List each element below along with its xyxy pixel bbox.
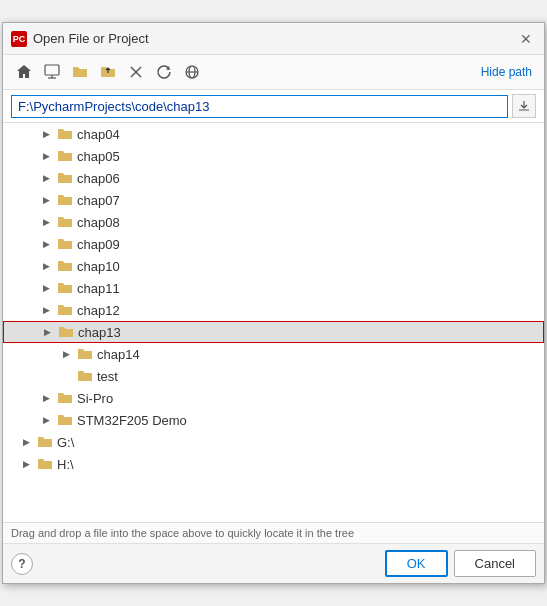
file-tree[interactable]: ▶ chap04 ▶ chap05 ▶ chap06 ▶ chap07 ▶ ch…: [3, 123, 544, 523]
item-label-chap10: chap10: [77, 259, 120, 274]
item-label-chap06: chap06: [77, 171, 120, 186]
open-file-dialog: PC Open File or Project ✕ Hide path: [2, 22, 545, 584]
tree-item-sipro[interactable]: ▶ Si-Pro: [3, 387, 544, 409]
status-bar: Drag and drop a file into the space abov…: [3, 523, 544, 544]
folder-icon-chap06: [57, 170, 73, 186]
refresh-button[interactable]: [151, 59, 177, 85]
tree-item-chap04[interactable]: ▶ chap04: [3, 123, 544, 145]
folder-icon-chap11: [57, 280, 73, 296]
dialog-title: Open File or Project: [33, 31, 149, 46]
chevron-icon: ▶: [39, 215, 53, 229]
status-text: Drag and drop a file into the space abov…: [11, 527, 354, 539]
tree-item-chap05[interactable]: ▶ chap05: [3, 145, 544, 167]
chevron-icon: ▶: [39, 193, 53, 207]
tree-item-chap06[interactable]: ▶ chap06: [3, 167, 544, 189]
folder-up-button[interactable]: [95, 59, 121, 85]
item-label-chap12: chap12: [77, 303, 120, 318]
item-label-sipro: Si-Pro: [77, 391, 113, 406]
path-input[interactable]: [11, 95, 508, 118]
chevron-icon: ▶: [19, 435, 33, 449]
item-label-chap04: chap04: [77, 127, 120, 142]
chevron-icon: ▶: [59, 347, 73, 361]
tree-item-chap07[interactable]: ▶ chap07: [3, 189, 544, 211]
chevron-icon: ▶: [39, 391, 53, 405]
tree-item-chap13[interactable]: ▶ chap13: [3, 321, 544, 343]
close-button[interactable]: ✕: [516, 29, 536, 49]
tree-item-chap08[interactable]: ▶ chap08: [3, 211, 544, 233]
tree-item-stm[interactable]: ▶ STM32F205 Demo: [3, 409, 544, 431]
tree-item-test[interactable]: ▶ test: [3, 365, 544, 387]
ok-button[interactable]: OK: [385, 550, 448, 577]
item-label-g: G:\: [57, 435, 74, 450]
folder-icon-g: [37, 434, 53, 450]
chevron-icon: ▶: [39, 171, 53, 185]
item-label-h: H:\: [57, 457, 74, 472]
svg-rect-0: [45, 65, 59, 75]
chevron-icon: ▶: [19, 457, 33, 471]
folder-icon-chap09: [57, 236, 73, 252]
item-label-chap13: chap13: [78, 325, 121, 340]
folder-icon-chap04: [57, 126, 73, 142]
item-label-chap08: chap08: [77, 215, 120, 230]
folder-icon-chap13: [58, 324, 74, 340]
chevron-icon: ▶: [39, 303, 53, 317]
chevron-icon: ▶: [39, 127, 53, 141]
item-label-stm: STM32F205 Demo: [77, 413, 187, 428]
item-label-chap05: chap05: [77, 149, 120, 164]
path-download-button[interactable]: [512, 94, 536, 118]
monitor-button[interactable]: [39, 59, 65, 85]
tree-item-g[interactable]: ▶ G:\: [3, 431, 544, 453]
folder-icon-chap05: [57, 148, 73, 164]
folder-icon-chap10: [57, 258, 73, 274]
app-icon: PC: [11, 31, 27, 47]
folder-button[interactable]: [67, 59, 93, 85]
tree-item-chap12[interactable]: ▶ chap12: [3, 299, 544, 321]
chevron-icon: ▶: [39, 413, 53, 427]
folder-icon-sipro: [57, 390, 73, 406]
tree-item-chap14[interactable]: ▶ chap14: [3, 343, 544, 365]
toolbar: Hide path: [3, 55, 544, 90]
cancel-button[interactable]: Cancel: [454, 550, 536, 577]
folder-icon-chap08: [57, 214, 73, 230]
chevron-icon: ▶: [39, 237, 53, 251]
path-bar: [3, 90, 544, 123]
bottom-bar: ? OK Cancel: [3, 544, 544, 583]
chevron-icon: ▶: [39, 281, 53, 295]
hide-path-button[interactable]: Hide path: [477, 63, 536, 81]
tree-item-chap09[interactable]: ▶ chap09: [3, 233, 544, 255]
help-button[interactable]: ?: [11, 553, 33, 575]
action-buttons: OK Cancel: [385, 550, 536, 577]
title-bar: PC Open File or Project ✕: [3, 23, 544, 55]
item-label-test: test: [97, 369, 118, 384]
delete-button[interactable]: [123, 59, 149, 85]
chevron-icon: ▶: [39, 149, 53, 163]
home-button[interactable]: [11, 59, 37, 85]
chevron-icon: ▶: [40, 325, 54, 339]
item-label-chap14: chap14: [97, 347, 140, 362]
network-button[interactable]: [179, 59, 205, 85]
folder-icon-chap12: [57, 302, 73, 318]
item-label-chap09: chap09: [77, 237, 120, 252]
tree-item-h[interactable]: ▶ H:\: [3, 453, 544, 475]
folder-icon-h: [37, 456, 53, 472]
item-label-chap11: chap11: [77, 281, 120, 296]
folder-icon-stm: [57, 412, 73, 428]
folder-icon-test: [77, 368, 93, 384]
tree-item-chap11[interactable]: ▶ chap11: [3, 277, 544, 299]
folder-icon-chap14: [77, 346, 93, 362]
item-label-chap07: chap07: [77, 193, 120, 208]
chevron-icon: ▶: [39, 259, 53, 273]
folder-icon-chap07: [57, 192, 73, 208]
tree-item-chap10[interactable]: ▶ chap10: [3, 255, 544, 277]
